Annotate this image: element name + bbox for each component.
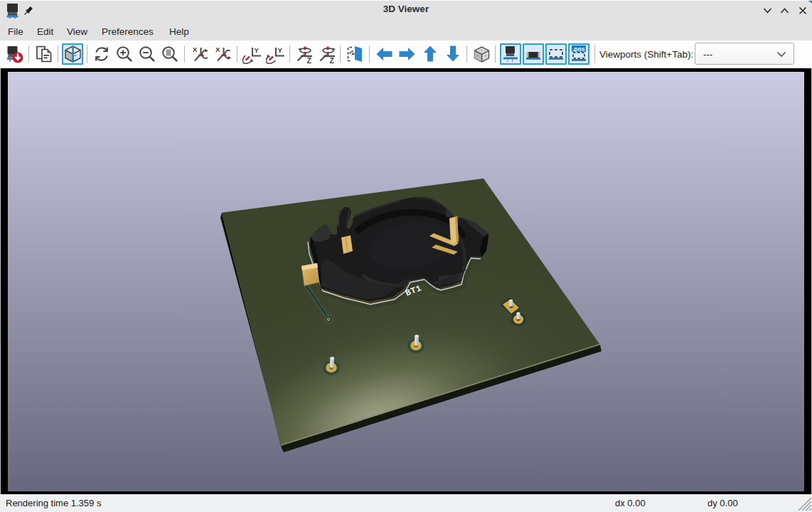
svg-text:.pos: .pos	[572, 46, 585, 53]
svg-text:Z: Z	[330, 56, 335, 65]
svg-text:X: X	[193, 46, 198, 53]
svg-text:Z: Z	[307, 56, 312, 65]
svg-text:Y: Y	[255, 46, 260, 54]
svg-text:X: X	[215, 46, 220, 53]
svg-text:Y: Y	[278, 46, 283, 54]
